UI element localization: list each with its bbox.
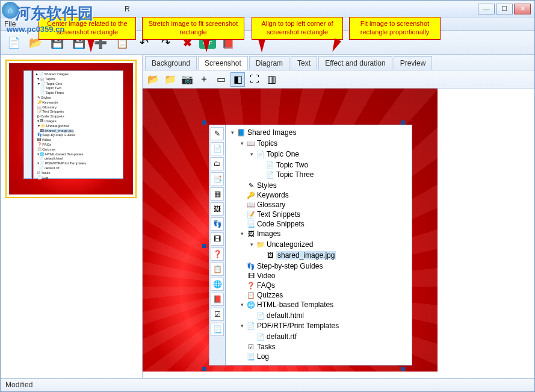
tree-shared-image[interactable]: shared_image.jpg [276,251,336,260]
thumbnail-frame[interactable]: ▸ 📄 Shared Images ▾ 📖 Topics ▾ 📄 Topic O… [5,60,137,198]
save-all-button[interactable]: 💾 [69,33,88,52]
tree-faqs[interactable]: FAQs [257,281,275,290]
tasks-icon: ☑ [247,343,255,351]
new-button[interactable]: 📄 [4,33,23,52]
close-button[interactable]: ✕ [514,4,531,14]
steps-icon: 👣 [247,262,255,270]
tree-images[interactable]: Images [257,229,280,238]
canvas[interactable]: ✎ 📄 🗂 📑 ▦ 🖼 👣 🎞 ❓ 📋 🌐 📕 ☑ 📃 [143,89,534,378]
editor-tabs: Background Screenshot Diagram Text Effec… [143,55,534,70]
tree-topic-three[interactable]: Topic Three [276,170,314,179]
vt-pencil-icon[interactable]: ✎ [211,127,224,140]
codesnippets-icon: 📃 [247,220,255,228]
app-logo: ⌂ [2,2,19,19]
save-button[interactable]: 💾 [48,33,67,52]
tree-root[interactable]: Shared Images [247,128,296,137]
title-fragment: R [125,5,130,13]
add-button[interactable]: ➕ [91,33,110,52]
center-image-button[interactable]: ＋ [197,72,211,87]
vt-steps-icon[interactable]: 👣 [211,217,224,231]
app-window: ⌂ 河东软件园 www.pc0359.cn R — ☐ ✕ File 📄 📂 💾… [0,0,535,392]
page-icon: 📄 [266,161,274,169]
vt-html-icon[interactable]: 🌐 [211,278,224,291]
tree-pdf-templates[interactable]: PDF/RTF/Print Templates [257,322,339,330]
align-topleft-button[interactable]: ◧ [230,72,245,87]
stretch-image-button[interactable]: ▭ [214,72,228,87]
vt-video-icon[interactable]: 🎞 [211,232,224,246]
vt-image-icon[interactable]: 🖼 [211,202,224,216]
tab-effect[interactable]: Effect and duration [318,56,392,70]
tree-quizzes[interactable]: Quizzes [257,291,283,299]
keywords-icon: 🔑 [247,191,255,199]
quiz-icon: 📋 [247,291,255,299]
delete-button[interactable]: ✖ [178,33,197,52]
tree-panel[interactable]: ▾📘Shared Images ▾📖Topics ▾📄Topic One 📄To… [226,125,412,366]
redo-button[interactable]: ↷ [156,33,175,52]
open-button[interactable]: 📂 [26,33,45,52]
topics-icon: 📖 [247,139,255,148]
fit-proportional-button[interactable]: ⛶ [247,72,262,87]
html-icon: 🌐 [247,300,255,309]
minimize-button[interactable]: — [478,4,495,14]
open-folder-button[interactable]: 📂 [146,72,161,87]
tree-html-templates[interactable]: HTML-based Templates [257,300,333,309]
tree-topics[interactable]: Topics [257,139,277,148]
tree-glossary[interactable]: Glossary [257,201,285,209]
maximize-button[interactable]: ☐ [496,4,513,14]
vt-copy-icon[interactable]: 📑 [211,172,224,185]
editor-pane: Background Screenshot Diagram Text Effec… [143,55,534,378]
tree-uncategorized[interactable]: Uncategorized [267,240,313,249]
vt-stack-icon[interactable]: 🗂 [211,157,224,170]
shared-images-icon: 📘 [237,128,246,137]
tree-codesnippets[interactable]: Code Snippets [257,220,305,228]
tree-tasks[interactable]: Tasks [257,343,276,351]
image-file-icon: 🖼 [266,251,274,260]
textsnippets-icon: 📝 [247,210,255,219]
page-icon: 📄 [256,150,265,158]
tab-diagram[interactable]: Diagram [249,56,289,70]
export-pdf-button[interactable]: 📕 [218,33,238,52]
expander-icon[interactable]: ▾ [229,129,235,135]
thumbnail-tree-preview: ▸ 📄 Shared Images ▾ 📖 Topics ▾ 📄 Topic O… [33,70,123,179]
export-gif-button[interactable]: GIF [199,37,216,49]
tree-styles[interactable]: Styles [257,181,277,190]
vt-faq-icon[interactable]: ❓ [211,247,224,261]
tab-background[interactable]: Background [145,56,197,70]
camera-button[interactable]: 📷 [180,72,194,87]
watermark-text: 河东软件园 [15,3,93,24]
page-icon: 📄 [256,332,265,341]
styles-icon: ✎ [247,181,255,190]
tree-topic-one[interactable]: Topic One [267,150,299,158]
tab-text[interactable]: Text [291,56,317,70]
page-icon: 📄 [256,311,265,320]
tree-textsnippets[interactable]: Text Snippets [257,210,300,219]
main-toolbar: 📄 📂 💾 💾 ➕ 📋 ↶ ↷ ✖ GIF 📕 [1,31,534,55]
tree-default-html[interactable]: default.html [267,311,304,320]
tab-preview[interactable]: Preview [394,56,433,70]
video-icon: 🎞 [247,272,255,280]
tree-log[interactable]: Log [257,352,269,361]
extra-align-button[interactable]: ▥ [264,72,279,87]
tree-default-rtf[interactable]: default.rtf [267,332,297,341]
glossary-icon: 📖 [247,201,255,209]
paste-button[interactable]: 📋 [113,33,132,52]
tree-video[interactable]: Video [257,272,275,280]
faq-icon: ❓ [247,281,255,290]
tab-screenshot[interactable]: Screenshot [198,56,248,70]
vt-task-icon[interactable]: ☑ [211,308,224,321]
tree-keywords[interactable]: Keywords [257,191,289,199]
tree-steps[interactable]: Step-by-step Guides [257,262,323,270]
watermark-url: www.pc0359.cn [7,25,64,34]
vt-page-icon[interactable]: 📄 [211,142,224,155]
images-icon: 🖼 [247,229,255,238]
vt-table-icon[interactable]: ▦ [211,187,224,201]
undo-button[interactable]: ↶ [134,33,153,52]
vt-log-icon[interactable]: 📃 [211,323,224,336]
page-icon: 📄 [266,170,274,179]
tree-topic-two[interactable]: Topic Two [276,161,308,169]
pdf-icon: 📄 [247,322,255,330]
vt-quiz-icon[interactable]: 📋 [211,263,224,276]
folder-button[interactable]: 📁 [163,72,178,87]
thumbnail-pane: ▸ 📄 Shared Images ▾ 📖 Topics ▾ 📄 Topic O… [1,55,143,378]
vt-pdf-icon[interactable]: 📕 [211,293,224,306]
